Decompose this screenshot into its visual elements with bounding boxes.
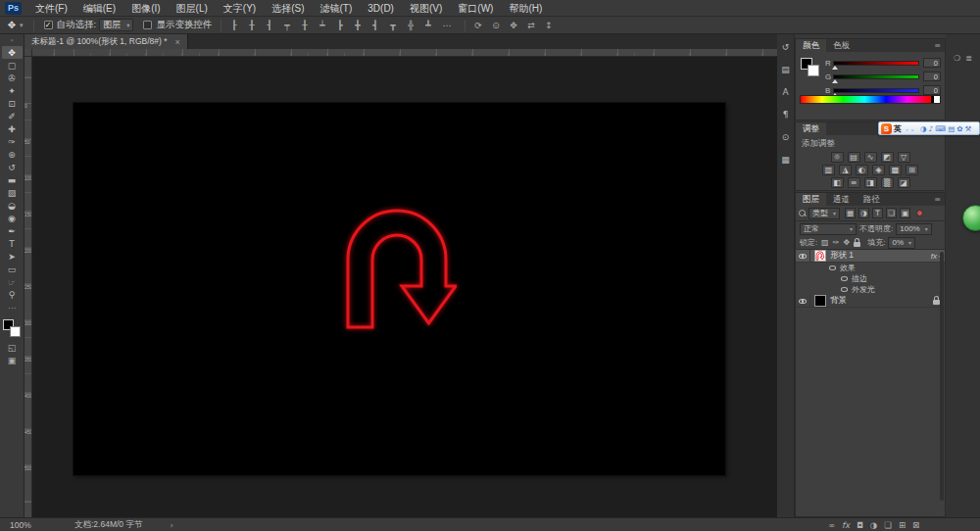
clipboard-icon[interactable]: ▤ (948, 124, 955, 133)
zoom-level-field[interactable]: 100% (10, 520, 49, 530)
move-tool[interactable]: ✥ (2, 46, 23, 59)
ime-language-mode[interactable]: 英 (894, 123, 902, 134)
align-bottom-edges-icon[interactable]: ┷ (316, 21, 328, 30)
menu-type[interactable]: 文字(Y) (216, 0, 264, 17)
background-color-swatch[interactable] (10, 326, 21, 337)
crop-tool[interactable]: ⊡ (2, 97, 23, 110)
layer-row-outer-glow-effect[interactable]: 外发光 (796, 284, 945, 295)
pen-tool[interactable]: ✒ (2, 224, 23, 237)
distribute-top-icon[interactable]: ┳ (386, 21, 399, 30)
color-lookup-icon[interactable]: ⊞ (906, 165, 918, 175)
fill-dropdown[interactable]: 0% ▾ (888, 237, 915, 249)
punctuation-icon[interactable]: ，。 (904, 123, 918, 133)
path-selection-tool[interactable]: ➤ (2, 250, 23, 263)
distribute-right-icon[interactable]: ┫ (368, 21, 381, 30)
spot-healing-brush-tool[interactable]: ✚ (2, 122, 23, 135)
properties-panel-icon[interactable]: ▤ (779, 65, 793, 74)
3d-pan-icon[interactable]: ✥ (507, 21, 519, 30)
layer-row-effects[interactable]: 效果 (796, 263, 945, 273)
curves-icon[interactable]: ∿ (864, 152, 877, 163)
menu-window[interactable]: 窗口(W) (450, 0, 501, 17)
menu-edit[interactable]: 编辑(E) (75, 0, 123, 17)
sogou-ime-toolbar[interactable]: S 英 ，。◑♪⌨▤✿⚒ (878, 121, 980, 135)
layer-row-background[interactable]: 背景 (796, 295, 945, 308)
skin-icon[interactable]: ✿ (956, 124, 962, 133)
3d-scale-icon[interactable]: ↕ (542, 21, 555, 30)
3d-slide-icon[interactable]: ⇄ (524, 21, 537, 30)
filter-shape-layers-icon[interactable]: ❏ (886, 208, 897, 218)
hue-saturation-icon[interactable]: ▥ (822, 165, 835, 175)
menu-help[interactable]: 帮助(H) (501, 0, 550, 17)
align-horizontal-centers-icon[interactable]: ╂ (245, 21, 258, 30)
edit-toolbar-icon[interactable]: ⋯ (8, 304, 16, 313)
histogram-panel-icon[interactable]: ▦ (779, 155, 793, 165)
background-layer-thumbnail[interactable] (814, 295, 826, 307)
selective-color-icon[interactable]: ◪ (898, 177, 910, 188)
hand-tool[interactable]: ☞ (2, 275, 23, 288)
background-color-swatch[interactable] (808, 65, 819, 76)
filter-smart-objects-icon[interactable]: ▣ (900, 208, 910, 218)
filter-type-dropdown[interactable]: 类型 ▾ (808, 208, 840, 219)
tab-adjustments[interactable]: 调整 (796, 122, 826, 135)
red-value[interactable]: 0 (923, 58, 941, 68)
lock-all-icon[interactable] (854, 242, 860, 247)
tab-swatches[interactable]: 色板 (826, 39, 857, 52)
lock-position-icon[interactable]: ✥ (842, 238, 851, 247)
white-chip[interactable] (934, 96, 940, 103)
new-layer-icon[interactable]: ⊞ (899, 520, 906, 530)
layer-name[interactable]: 形状 1 (830, 250, 931, 262)
shape-layer-thumbnail[interactable] (814, 250, 826, 262)
distribute-left-icon[interactable]: ┣ (333, 21, 346, 30)
slider-thumb-icon[interactable] (832, 66, 838, 70)
eraser-tool[interactable]: ▬ (2, 173, 23, 186)
add-layer-mask-icon[interactable]: ◘ (857, 520, 863, 530)
black-white-icon[interactable]: ◐ (856, 165, 868, 175)
visibility-toggle[interactable] (796, 250, 810, 262)
menu-layer[interactable]: 图层(L) (169, 0, 216, 17)
3d-rotate-icon[interactable]: ⟳ (471, 21, 484, 30)
blur-tool[interactable]: ◒ (2, 199, 23, 212)
history-panel-icon[interactable]: ↺ (779, 42, 793, 52)
color-swatches[interactable] (3, 319, 21, 337)
invert-icon[interactable]: ◧ (831, 177, 844, 188)
layer-style-icon[interactable]: fx (842, 520, 850, 530)
align-vertical-centers-icon[interactable]: ╂ (298, 21, 311, 30)
color-spectrum-ramp[interactable] (800, 95, 941, 104)
menu-image[interactable]: 图像(I) (123, 0, 168, 17)
vibrance-icon[interactable]: ▽ (898, 152, 910, 163)
threshold-icon[interactable]: ◨ (864, 177, 877, 188)
panel-menu-icon[interactable]: ≡ (934, 195, 945, 204)
zoom-tool[interactable]: ⚲ (2, 288, 23, 301)
eye-icon[interactable] (829, 266, 836, 270)
rectangular-marquee-tool[interactable]: ▢ (2, 59, 23, 72)
panel-menu-icon[interactable]: ≡ (934, 41, 945, 50)
lock-transparent-pixels-icon[interactable]: ▨ (820, 238, 829, 247)
blue-value[interactable]: 0 (923, 85, 941, 95)
paragraph-panel-icon[interactable]: ¶ (779, 110, 793, 120)
layer-row-shape-1[interactable]: 形状 1 fx ▾ (796, 250, 945, 263)
exposure-icon[interactable]: ◩ (881, 152, 894, 163)
lock-image-pixels-icon[interactable]: ✑ (831, 238, 840, 247)
tab-layers[interactable]: 图层 (796, 193, 826, 206)
red-slider[interactable] (833, 61, 919, 66)
distribute-bottom-icon[interactable]: ┻ (421, 21, 434, 30)
blend-mode-dropdown[interactable]: 正常 ▾ (800, 223, 857, 235)
filter-type-layers-icon[interactable]: T (872, 208, 883, 218)
menu-3d[interactable]: 3D(D) (360, 0, 402, 17)
collapsed-panel-icon-1[interactable]: ❍ (954, 54, 960, 63)
eye-icon[interactable] (841, 287, 848, 292)
distribute-horizontal-icon[interactable]: ╋ (351, 21, 364, 30)
horizontal-type-tool[interactable]: T (2, 237, 23, 250)
eye-icon[interactable] (841, 276, 848, 281)
dodge-tool[interactable]: ◉ (2, 212, 23, 224)
toolbar-collapse-icon[interactable]: » (10, 36, 14, 43)
layers-scrollbar[interactable] (940, 252, 944, 501)
brightness-contrast-icon[interactable]: ☼ (831, 152, 844, 163)
u-turn-arrow-shape[interactable] (345, 208, 457, 329)
document-tab[interactable]: 未标题-1 @ 100%(形状 1, RGB/8#) * × (24, 34, 188, 49)
align-right-edges-icon[interactable]: ┨ (263, 21, 275, 30)
history-brush-tool[interactable]: ↺ (2, 161, 23, 173)
posterize-icon[interactable]: ≡ (848, 177, 860, 188)
green-value[interactable]: 0 (923, 72, 941, 81)
new-adjustment-layer-icon[interactable]: ◑ (870, 520, 877, 530)
